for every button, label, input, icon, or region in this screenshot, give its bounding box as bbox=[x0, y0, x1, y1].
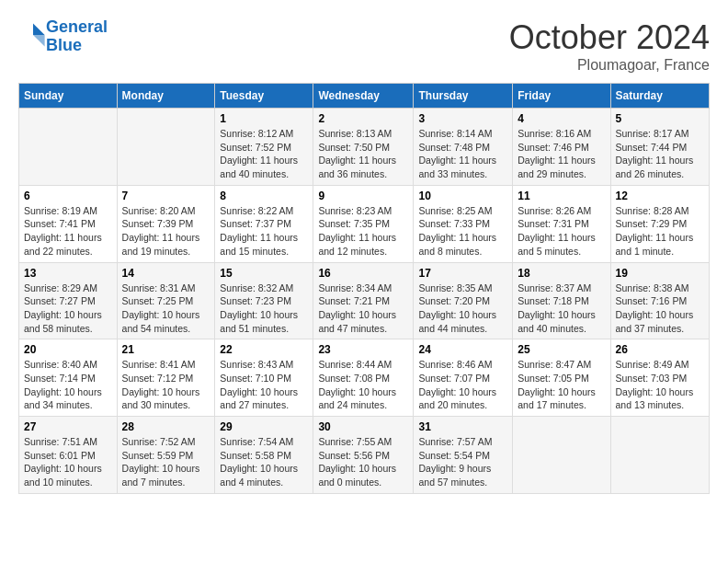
calendar-cell: 1Sunrise: 8:12 AM Sunset: 7:52 PM Daylig… bbox=[215, 109, 313, 186]
day-number: 4 bbox=[518, 112, 605, 125]
day-number: 27 bbox=[24, 420, 112, 433]
calendar-cell: 22Sunrise: 8:43 AM Sunset: 7:10 PM Dayli… bbox=[215, 339, 313, 417]
day-number: 17 bbox=[418, 267, 507, 280]
day-number: 9 bbox=[318, 190, 408, 202]
day-info: Sunrise: 8:14 AM Sunset: 7:48 PM Dayligh… bbox=[418, 127, 507, 181]
day-info: Sunrise: 8:16 AM Sunset: 7:46 PM Dayligh… bbox=[518, 127, 605, 181]
month-title: October 2024 bbox=[509, 18, 710, 57]
day-info: Sunrise: 8:47 AM Sunset: 7:05 PM Dayligh… bbox=[518, 358, 605, 412]
day-info: Sunrise: 8:13 AM Sunset: 7:50 PM Dayligh… bbox=[318, 127, 408, 181]
calendar-cell: 10Sunrise: 8:25 AM Sunset: 7:33 PM Dayli… bbox=[414, 185, 513, 262]
day-info: Sunrise: 8:32 AM Sunset: 7:23 PM Dayligh… bbox=[220, 282, 308, 336]
day-number: 15 bbox=[220, 267, 308, 280]
day-info: Sunrise: 7:51 AM Sunset: 6:01 PM Dayligh… bbox=[24, 435, 112, 489]
week-row-3: 13Sunrise: 8:29 AM Sunset: 7:27 PM Dayli… bbox=[19, 262, 710, 339]
calendar-cell: 18Sunrise: 8:37 AM Sunset: 7:18 PM Dayli… bbox=[513, 262, 610, 339]
title-block: October 2024 Ploumagoar, France bbox=[509, 18, 710, 74]
day-number: 2 bbox=[318, 112, 408, 125]
day-info: Sunrise: 8:37 AM Sunset: 7:18 PM Dayligh… bbox=[518, 282, 605, 336]
calendar-cell: 19Sunrise: 8:38 AM Sunset: 7:16 PM Dayli… bbox=[610, 262, 710, 339]
calendar-cell: 3Sunrise: 8:14 AM Sunset: 7:48 PM Daylig… bbox=[414, 109, 513, 186]
calendar-cell bbox=[513, 417, 610, 494]
day-number: 23 bbox=[318, 343, 408, 356]
day-number: 19 bbox=[616, 267, 705, 280]
day-number: 22 bbox=[220, 343, 308, 356]
weekday-header-tuesday: Tuesday bbox=[215, 84, 313, 109]
day-info: Sunrise: 8:17 AM Sunset: 7:44 PM Dayligh… bbox=[616, 127, 705, 181]
page-header: General Blue October 2024 Ploumagoar, Fr… bbox=[18, 18, 710, 74]
day-number: 25 bbox=[518, 343, 605, 356]
weekday-header-thursday: Thursday bbox=[414, 84, 513, 109]
day-number: 10 bbox=[418, 190, 507, 202]
logo-text: General Blue bbox=[46, 18, 108, 55]
weekday-header-saturday: Saturday bbox=[610, 84, 710, 109]
calendar-cell: 21Sunrise: 8:41 AM Sunset: 7:12 PM Dayli… bbox=[117, 339, 215, 417]
calendar-cell: 17Sunrise: 8:35 AM Sunset: 7:20 PM Dayli… bbox=[414, 262, 513, 339]
calendar-cell: 29Sunrise: 7:54 AM Sunset: 5:58 PM Dayli… bbox=[215, 417, 313, 494]
calendar-cell: 23Sunrise: 8:44 AM Sunset: 7:08 PM Dayli… bbox=[313, 339, 414, 417]
day-info: Sunrise: 8:40 AM Sunset: 7:14 PM Dayligh… bbox=[24, 358, 112, 412]
svg-marker-0 bbox=[33, 23, 45, 35]
calendar-cell: 20Sunrise: 8:40 AM Sunset: 7:14 PM Dayli… bbox=[19, 339, 118, 417]
calendar-cell bbox=[117, 109, 215, 186]
calendar-cell: 26Sunrise: 8:49 AM Sunset: 7:03 PM Dayli… bbox=[610, 339, 710, 417]
day-number: 26 bbox=[616, 343, 705, 356]
day-number: 1 bbox=[220, 112, 308, 125]
week-row-5: 27Sunrise: 7:51 AM Sunset: 6:01 PM Dayli… bbox=[19, 417, 710, 494]
day-info: Sunrise: 8:20 AM Sunset: 7:39 PM Dayligh… bbox=[122, 204, 210, 259]
day-info: Sunrise: 8:44 AM Sunset: 7:08 PM Dayligh… bbox=[318, 358, 408, 412]
day-info: Sunrise: 8:46 AM Sunset: 7:07 PM Dayligh… bbox=[418, 358, 507, 412]
logo-icon bbox=[20, 22, 46, 48]
calendar-cell: 12Sunrise: 8:28 AM Sunset: 7:29 PM Dayli… bbox=[610, 185, 710, 262]
day-number: 8 bbox=[220, 190, 308, 202]
weekday-header-wednesday: Wednesday bbox=[313, 84, 414, 109]
day-number: 7 bbox=[122, 190, 210, 202]
day-number: 6 bbox=[24, 190, 112, 202]
day-number: 16 bbox=[318, 267, 408, 280]
calendar-cell: 7Sunrise: 8:20 AM Sunset: 7:39 PM Daylig… bbox=[117, 185, 215, 262]
day-info: Sunrise: 8:35 AM Sunset: 7:20 PM Dayligh… bbox=[418, 282, 507, 336]
day-info: Sunrise: 8:23 AM Sunset: 7:35 PM Dayligh… bbox=[318, 204, 408, 259]
calendar-cell: 16Sunrise: 8:34 AM Sunset: 7:21 PM Dayli… bbox=[313, 262, 414, 339]
calendar-cell: 9Sunrise: 8:23 AM Sunset: 7:35 PM Daylig… bbox=[313, 185, 414, 262]
day-number: 21 bbox=[122, 343, 210, 356]
calendar-cell: 11Sunrise: 8:26 AM Sunset: 7:31 PM Dayli… bbox=[513, 185, 610, 262]
day-number: 30 bbox=[318, 420, 408, 433]
day-number: 14 bbox=[122, 267, 210, 280]
day-info: Sunrise: 8:28 AM Sunset: 7:29 PM Dayligh… bbox=[616, 204, 705, 259]
day-number: 13 bbox=[24, 267, 112, 280]
day-info: Sunrise: 8:25 AM Sunset: 7:33 PM Dayligh… bbox=[418, 204, 507, 259]
day-info: Sunrise: 8:43 AM Sunset: 7:10 PM Dayligh… bbox=[220, 358, 308, 412]
weekday-header-friday: Friday bbox=[513, 84, 610, 109]
day-info: Sunrise: 8:31 AM Sunset: 7:25 PM Dayligh… bbox=[122, 282, 210, 336]
day-number: 5 bbox=[616, 112, 705, 125]
calendar-cell: 25Sunrise: 8:47 AM Sunset: 7:05 PM Dayli… bbox=[513, 339, 610, 417]
calendar-cell: 14Sunrise: 8:31 AM Sunset: 7:25 PM Dayli… bbox=[117, 262, 215, 339]
day-number: 28 bbox=[122, 420, 210, 433]
logo: General Blue bbox=[18, 18, 108, 55]
day-number: 31 bbox=[418, 420, 507, 433]
day-info: Sunrise: 7:54 AM Sunset: 5:58 PM Dayligh… bbox=[220, 435, 308, 489]
calendar-cell: 27Sunrise: 7:51 AM Sunset: 6:01 PM Dayli… bbox=[19, 417, 118, 494]
day-number: 20 bbox=[24, 343, 112, 356]
day-info: Sunrise: 7:55 AM Sunset: 5:56 PM Dayligh… bbox=[318, 435, 408, 489]
calendar-cell: 2Sunrise: 8:13 AM Sunset: 7:50 PM Daylig… bbox=[313, 109, 414, 186]
day-info: Sunrise: 7:52 AM Sunset: 5:59 PM Dayligh… bbox=[122, 435, 210, 489]
calendar-table: SundayMondayTuesdayWednesdayThursdayFrid… bbox=[18, 83, 710, 494]
calendar-cell: 4Sunrise: 8:16 AM Sunset: 7:46 PM Daylig… bbox=[513, 109, 610, 186]
day-number: 29 bbox=[220, 420, 308, 433]
calendar-cell: 13Sunrise: 8:29 AM Sunset: 7:27 PM Dayli… bbox=[19, 262, 118, 339]
calendar-cell bbox=[19, 109, 118, 186]
day-info: Sunrise: 8:38 AM Sunset: 7:16 PM Dayligh… bbox=[616, 282, 705, 336]
day-info: Sunrise: 8:49 AM Sunset: 7:03 PM Dayligh… bbox=[616, 358, 705, 412]
day-info: Sunrise: 7:57 AM Sunset: 5:54 PM Dayligh… bbox=[418, 435, 507, 489]
weekday-header-sunday: Sunday bbox=[19, 84, 118, 109]
day-number: 18 bbox=[518, 267, 605, 280]
day-info: Sunrise: 8:22 AM Sunset: 7:37 PM Dayligh… bbox=[220, 204, 308, 259]
day-info: Sunrise: 8:41 AM Sunset: 7:12 PM Dayligh… bbox=[122, 358, 210, 412]
location: Ploumagoar, France bbox=[509, 57, 710, 74]
calendar-cell: 6Sunrise: 8:19 AM Sunset: 7:41 PM Daylig… bbox=[19, 185, 118, 262]
week-row-1: 1Sunrise: 8:12 AM Sunset: 7:52 PM Daylig… bbox=[19, 109, 710, 186]
day-number: 12 bbox=[616, 190, 705, 202]
calendar-cell: 31Sunrise: 7:57 AM Sunset: 5:54 PM Dayli… bbox=[414, 417, 513, 494]
